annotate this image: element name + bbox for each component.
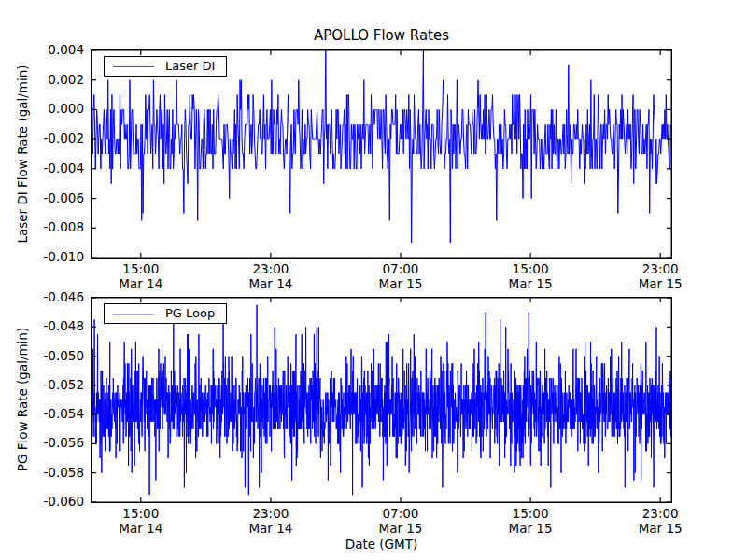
pg-loop-axes: PG Loop (91, 297, 672, 503)
x-tick-label-date: Mar 14 (102, 276, 180, 291)
x-tick-label-time: 15:00 (102, 506, 180, 521)
x-tick-label-date: Mar 15 (491, 276, 570, 291)
laser-di-series-line (92, 50, 671, 243)
x-tick-label-date: Mar 15 (621, 276, 699, 291)
legend-line-icon (113, 66, 154, 67)
y-tick-label: -0.048 (26, 318, 84, 333)
x-tick-label-date: Mar 15 (491, 521, 570, 536)
figure-title: APOLLO Flow Rates (91, 27, 672, 44)
y-tick-label: -0.058 (26, 465, 84, 480)
x-tick-label-time: 07:00 (361, 506, 440, 521)
y-tick-label: -0.004 (26, 161, 84, 175)
x-tick-label-time: 15:00 (491, 261, 570, 276)
y-tick-label: -0.002 (26, 131, 84, 146)
y-tick-label: -0.006 (26, 190, 84, 205)
y-tick-label: -0.054 (26, 406, 84, 421)
laser-di-ylabel: Laser DI Flow Rate (gal/min) (15, 64, 30, 243)
x-tick-label-date: Mar 14 (232, 521, 310, 536)
pg-loop-plot-canvas (91, 297, 672, 503)
date-xlabel: Date (GMT) (91, 537, 672, 553)
y-tick-label: -0.010 (26, 249, 84, 264)
x-tick-label-date: Mar 14 (232, 276, 310, 291)
y-tick-label: -0.052 (26, 377, 84, 392)
x-tick-label-time: 23:00 (232, 506, 310, 521)
legend-pg-loop: PG Loop (104, 303, 227, 324)
x-tick-label-time: 15:00 (102, 261, 180, 276)
y-tick-label: -0.050 (26, 348, 84, 363)
x-tick-label-time: 07:00 (361, 261, 440, 276)
legend-label: PG Loop (165, 305, 215, 322)
x-tick-label-date: Mar 15 (621, 521, 699, 536)
y-tick-label: 0.002 (26, 72, 84, 87)
x-tick-label-time: 15:00 (491, 506, 570, 521)
y-tick-label: -0.046 (26, 289, 84, 304)
y-tick-label: 0.004 (26, 42, 84, 57)
legend-line-icon (113, 314, 154, 315)
legend-label: Laser DI (165, 58, 215, 75)
y-tick-label: -0.056 (26, 435, 84, 450)
y-tick-label: -0.060 (26, 494, 84, 509)
legend-laser-di: Laser DI (104, 56, 227, 77)
x-tick-label-time: 23:00 (621, 506, 699, 521)
x-tick-label-time: 23:00 (232, 261, 310, 276)
x-tick-label-date: Mar 14 (102, 521, 180, 536)
figure: APOLLO Flow Rates Laser DI Flow Rate (ga… (0, 0, 747, 560)
y-tick-label: 0.000 (26, 101, 84, 116)
laser-di-plot-canvas (91, 49, 672, 259)
x-tick-label-date: Mar 15 (361, 276, 440, 291)
laser-di-axes: Laser DI (91, 49, 672, 259)
y-tick-label: -0.008 (26, 219, 84, 234)
pg-loop-series-line (92, 305, 671, 495)
x-tick-label-date: Mar 15 (361, 521, 440, 536)
x-tick-label-time: 23:00 (621, 261, 699, 276)
